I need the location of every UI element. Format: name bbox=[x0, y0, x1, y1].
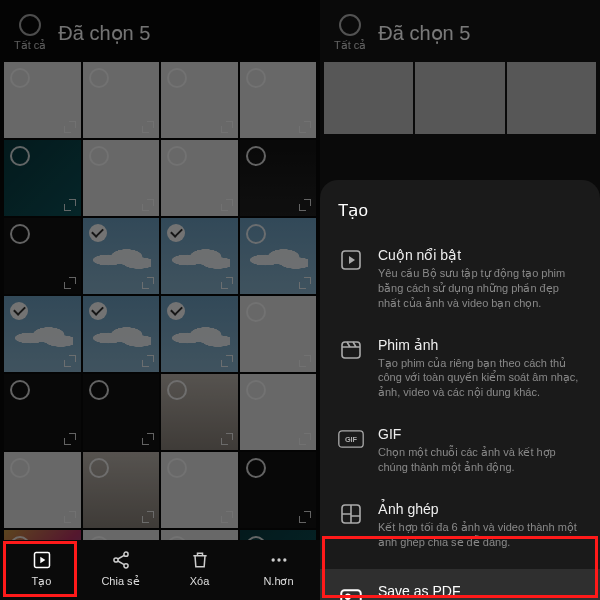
grid-thumb[interactable] bbox=[161, 452, 238, 528]
svg-point-1 bbox=[123, 552, 127, 556]
share-button[interactable]: Chia sẻ bbox=[87, 550, 155, 588]
grid-thumb[interactable] bbox=[4, 296, 81, 372]
svg-text:GIF: GIF bbox=[345, 435, 358, 444]
option-movie[interactable]: Phim ảnh Tạo phim của riêng bạn theo các… bbox=[338, 331, 582, 407]
grid-thumb[interactable] bbox=[83, 140, 160, 216]
collage-icon bbox=[338, 501, 364, 527]
grid-thumb[interactable] bbox=[4, 62, 81, 138]
svg-rect-8 bbox=[342, 342, 360, 358]
right-screenshot: Tất cả Đã chọn 5 Tạo Cuộn nổi bật Yêu cầ… bbox=[320, 0, 600, 600]
grid-thumb[interactable] bbox=[161, 296, 238, 372]
selection-count-title: Đã chọn 5 bbox=[378, 21, 470, 45]
grid-thumb[interactable] bbox=[4, 530, 81, 540]
share-label: Chia sẻ bbox=[101, 575, 139, 588]
grid-thumb[interactable] bbox=[161, 218, 238, 294]
grid-thumb[interactable] bbox=[240, 140, 317, 216]
svg-rect-12 bbox=[341, 591, 361, 600]
grid-thumb[interactable] bbox=[240, 374, 317, 450]
more-button[interactable]: N.hơn bbox=[245, 550, 313, 588]
grid-thumb[interactable] bbox=[4, 140, 81, 216]
left-screenshot: Tất cả Đã chọn 5 bbox=[0, 0, 320, 600]
option-title: Ảnh ghép bbox=[378, 501, 582, 517]
header: Tất cả Đã chọn 5 bbox=[320, 0, 600, 62]
create-icon bbox=[32, 550, 52, 570]
create-button[interactable]: Tạo bbox=[8, 550, 76, 588]
expand-icon[interactable] bbox=[64, 121, 76, 133]
image-icon bbox=[338, 587, 364, 600]
play-square-icon bbox=[338, 247, 364, 273]
delete-label: Xóa bbox=[190, 575, 210, 587]
more-icon bbox=[269, 550, 289, 570]
selected-check-icon bbox=[89, 224, 107, 242]
select-all-circle[interactable] bbox=[339, 14, 361, 36]
option-collage[interactable]: Ảnh ghép Kết hợp tối đa 6 ảnh và video t… bbox=[338, 495, 582, 556]
svg-point-13 bbox=[346, 595, 350, 599]
selection-count-title: Đã chọn 5 bbox=[58, 21, 150, 45]
grid-thumb[interactable] bbox=[161, 374, 238, 450]
create-label: Tạo bbox=[32, 575, 52, 588]
share-icon bbox=[111, 550, 131, 570]
more-label: N.hơn bbox=[263, 575, 293, 588]
select-all-label: Tất cả bbox=[334, 39, 366, 52]
option-title: Cuộn nổi bật bbox=[378, 247, 582, 263]
bottom-toolbar: Tạo Chia sẻ Xóa N.hơn bbox=[0, 540, 320, 600]
grid-thumb[interactable] bbox=[240, 218, 317, 294]
select-all-label: Tất cả bbox=[14, 39, 46, 52]
option-desc: Chọn một chuỗi các ảnh và kết hợp chúng … bbox=[378, 445, 582, 475]
option-desc: Yêu cầu Bộ sưu tập tự động tạo phim bằng… bbox=[378, 266, 582, 311]
delete-button[interactable]: Xóa bbox=[166, 550, 234, 588]
option-highlight-reel[interactable]: Cuộn nổi bật Yêu cầu Bộ sưu tập tự động … bbox=[338, 241, 582, 317]
sheet-heading: Tạo bbox=[338, 200, 582, 221]
svg-point-2 bbox=[113, 558, 117, 562]
grid-thumb[interactable] bbox=[83, 62, 160, 138]
option-title: Save as PDF bbox=[378, 583, 582, 599]
grid-thumb[interactable] bbox=[83, 452, 160, 528]
gif-icon: GIF bbox=[338, 426, 364, 452]
header: Tất cả Đã chọn 5 bbox=[0, 0, 320, 62]
trash-icon bbox=[190, 550, 210, 570]
grid-thumb[interactable] bbox=[161, 530, 238, 540]
option-gif[interactable]: GIF GIF Chọn một chuỗi các ảnh và kết hợ… bbox=[338, 420, 582, 481]
grid-thumb[interactable] bbox=[83, 530, 160, 540]
create-sheet: Tạo Cuộn nổi bật Yêu cầu Bộ sưu tập tự đ… bbox=[320, 180, 600, 600]
grid-thumb[interactable] bbox=[240, 452, 317, 528]
grid-thumb[interactable] bbox=[83, 218, 160, 294]
select-all-circle[interactable] bbox=[19, 14, 41, 36]
option-desc: Tạo phim của riêng bạn theo cách thủ côn… bbox=[378, 356, 582, 401]
svg-point-4 bbox=[271, 558, 274, 561]
option-desc: Kết hợp tối đa 6 ảnh và video thành một … bbox=[378, 520, 582, 550]
grid-thumb[interactable] bbox=[161, 140, 238, 216]
film-icon bbox=[338, 337, 364, 363]
grid-thumb[interactable] bbox=[83, 296, 160, 372]
grid-thumb[interactable] bbox=[240, 296, 317, 372]
grid-thumb[interactable] bbox=[4, 218, 81, 294]
option-title: GIF bbox=[378, 426, 582, 442]
svg-point-6 bbox=[283, 558, 286, 561]
grid-thumb[interactable] bbox=[4, 452, 81, 528]
grid-thumb[interactable] bbox=[83, 374, 160, 450]
selected-check-icon bbox=[167, 224, 185, 242]
svg-point-3 bbox=[123, 564, 127, 568]
unselected-indicator-icon bbox=[10, 68, 30, 88]
option-title: Phim ảnh bbox=[378, 337, 582, 353]
grid-thumb[interactable] bbox=[4, 374, 81, 450]
grid-thumb[interactable] bbox=[240, 530, 317, 540]
option-save-pdf[interactable]: Save as PDF Make a PDF file with images bbox=[320, 569, 600, 600]
photo-grid[interactable] bbox=[0, 62, 320, 540]
svg-point-5 bbox=[277, 558, 280, 561]
grid-thumb[interactable] bbox=[240, 62, 317, 138]
grid-thumb[interactable] bbox=[161, 62, 238, 138]
